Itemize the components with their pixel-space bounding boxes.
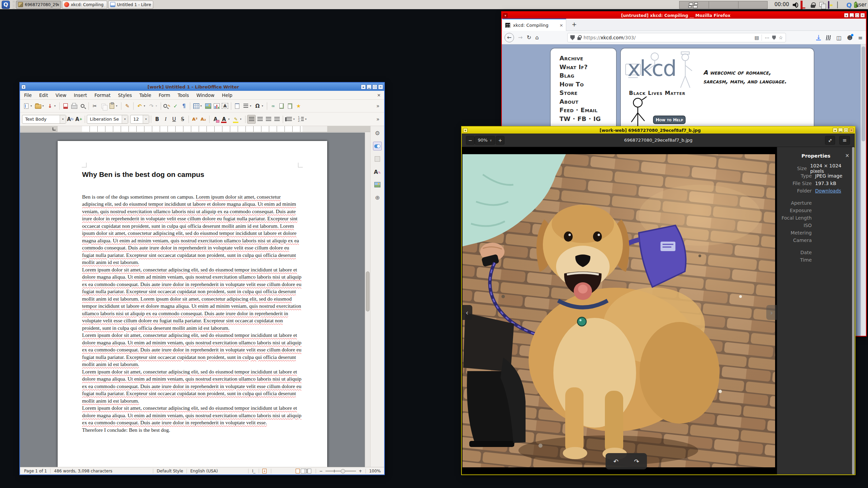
insert-chart-icon[interactable] [212,102,221,110]
subscript-icon[interactable]: A₂ [199,115,208,124]
devices-icon[interactable] [828,2,835,8]
reload-button[interactable]: ↻ [527,34,531,41]
font-color-dropdown-icon[interactable]: ▾ [228,118,232,121]
maximize-button[interactable]: □ [844,128,848,133]
volume-icon[interactable] [793,2,798,8]
superscript-icon[interactable]: A² [191,115,199,124]
menu-tools[interactable]: Tools [178,93,189,98]
sidebar-properties-icon[interactable] [373,142,382,150]
firefox-titlebar[interactable]: ▾ [untrusted] xkcd: Compiling __ Mozilla… [502,12,866,19]
field-dropdown-icon[interactable]: ▾ [250,104,253,107]
menu-window[interactable]: Window [196,93,214,98]
tab-xkcd[interactable]: xkcd: Compiling × [502,19,566,31]
toolbar2-overflow-icon[interactable]: » [374,115,382,124]
multi-page-view-icon[interactable] [301,469,305,473]
rotate-right-button[interactable]: ↷ [634,458,639,465]
close-button[interactable]: × [849,128,854,133]
taskbar-window-writer[interactable]: Untitled 1 - LibreOffice W... [108,1,153,9]
firefox-scrollbar[interactable] [861,44,866,336]
xkcd-nav-store[interactable]: Store [559,88,616,97]
word-count[interactable]: 486 words, 3,098 characters [54,469,112,473]
print-preview-icon[interactable] [78,102,87,110]
bullet-list-icon[interactable] [285,115,293,124]
sidebar-styles-icon[interactable]: A [373,167,382,176]
save-icon[interactable]: ↓ [46,102,54,110]
workspace-2[interactable] [709,1,738,9]
sidebar-gallery-icon[interactable] [373,180,382,189]
maximize-button[interactable]: □ [372,84,377,89]
zoom-slider[interactable] [326,471,356,471]
bold-icon[interactable]: B [153,115,161,124]
qubes-menu-button[interactable]: Q [2,1,10,9]
zoom-percent[interactable]: 100% [369,469,381,473]
workspace-3[interactable] [738,1,768,9]
sidebar-navigator-icon[interactable]: ⊕ [373,193,382,202]
highlight-color-icon[interactable]: ✎ [232,115,240,124]
fullscreen-button[interactable]: ↔ [825,136,835,145]
menu-styles[interactable]: Styles [118,93,132,98]
taskbar-window-image-viewer[interactable]: 6968727080_29ecef8af... [16,1,61,9]
shade-button[interactable]: ▴ [361,84,366,89]
zoom-in-icon[interactable]: + [359,469,362,473]
home-button[interactable]: ⌂ [535,34,539,41]
insert-bookmark-icon[interactable]: ★ [294,102,303,110]
redo-icon[interactable]: ↷ [147,102,156,110]
special-character-icon[interactable]: Ω [253,102,262,110]
zoom-out-button[interactable]: − [466,136,475,145]
zoom-level-button[interactable]: 90%∨ [475,136,495,145]
menu-form[interactable]: Form [159,93,170,98]
horizontal-ruler[interactable] [20,126,370,132]
save-dropdown-icon[interactable]: ▾ [54,104,58,107]
new-tab-button[interactable]: + [572,21,577,28]
clone-formatting-icon[interactable]: ✎ [123,102,132,110]
cut-icon[interactable]: ✂ [91,102,99,110]
xkcd-nav-social[interactable]: TW · FB · IG [559,115,616,123]
special-char-dropdown-icon[interactable]: ▾ [262,104,265,107]
zoom-in-button[interactable]: + [496,136,505,145]
numbered-dropdown-icon[interactable]: ▾ [305,118,309,121]
shade-button[interactable]: ▴ [844,13,849,18]
xkcd-nav-feed-email[interactable]: Feed · Email [559,106,616,115]
next-image-button[interactable]: › [766,305,777,320]
scrollbar-thumb[interactable] [366,271,370,311]
sidebar-settings-icon[interactable]: ⚙ [373,129,382,138]
single-page-view-icon[interactable] [296,469,300,473]
clock[interactable]: 00:00 [774,1,789,7]
document-text[interactable]: Why Ben is the best dog on campus Ben is… [82,171,302,433]
network-vm-icon[interactable] [801,2,807,8]
paste-dropdown-icon[interactable]: ▾ [116,104,119,107]
url-text[interactable]: https://xkcd.com/303/ [584,35,752,40]
url-bar[interactable]: https://xkcd.com/303/ ▤ ⋯ ☆ [567,33,786,42]
align-center-icon[interactable] [256,115,264,124]
clear-formatting-icon[interactable]: A [211,115,220,124]
permissions-icon[interactable] [772,36,776,40]
undo-dropdown-icon[interactable]: ▾ [144,104,147,107]
new-style-icon[interactable]: A+ [75,115,83,124]
print-icon[interactable] [70,102,78,110]
xkcd-nav-whatif[interactable]: What If? [559,63,616,72]
account-icon[interactable]: ☻ [847,35,853,41]
paste-icon[interactable] [107,102,116,110]
menu-view[interactable]: View [56,93,66,98]
zoom-out-icon[interactable]: − [319,469,323,473]
paragraph-style-combo[interactable]: Text Body▾ [22,115,66,124]
font-name-combo[interactable]: Liberation Se▾ [87,115,128,124]
folder-link[interactable]: Downloads [815,188,841,194]
downloads-icon[interactable]: ↓ [816,35,821,40]
maximize-button[interactable]: □ [855,13,860,18]
strikethrough-icon[interactable]: S [178,115,187,124]
back-button[interactable]: ← [505,33,514,42]
page-actions-icon[interactable]: ⋯ [765,35,769,40]
properties-scrollbar[interactable] [852,147,854,474]
font-color-icon[interactable]: A [220,115,228,124]
taskbar-window-firefox[interactable]: xkcd: Compiling ___ Moz... [62,1,107,9]
close-button[interactable]: × [378,84,383,89]
table-dropdown-icon[interactable]: ▾ [200,104,204,107]
page-style[interactable]: Default Style [157,469,183,473]
https-lock-icon[interactable] [577,37,581,40]
copy-icon[interactable] [99,102,107,110]
image-canvas[interactable]: ‹ › ↶ ↷ [462,147,777,474]
how-to-help-button[interactable]: How to Help [653,116,686,124]
menu-help[interactable]: Help [222,93,233,98]
insert-endnote-icon[interactable] [286,102,294,110]
